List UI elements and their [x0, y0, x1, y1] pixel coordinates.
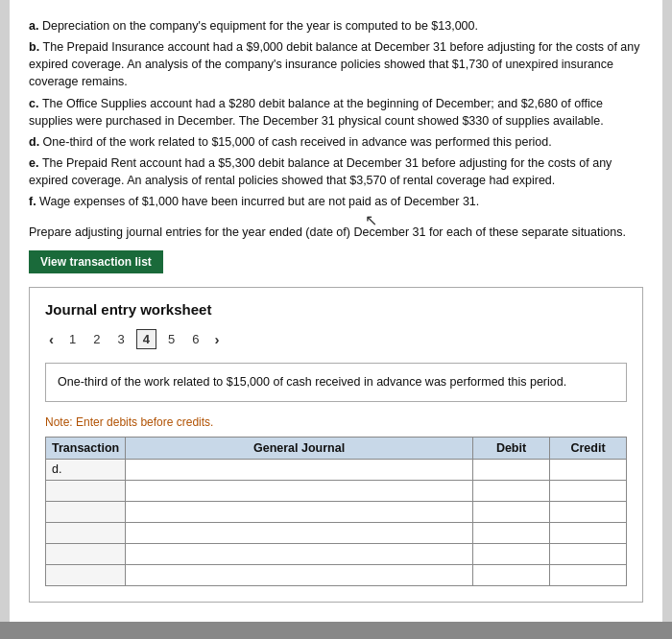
instruction-item-a: a. Depreciation on the company's equipme…: [29, 17, 643, 35]
description-box: One-third of the work related to $15,000…: [45, 363, 627, 401]
instructions-list: a. Depreciation on the company's equipme…: [29, 17, 643, 210]
instruction-item-f: f. Wage expenses of $1,000 have been inc…: [29, 193, 643, 210]
table-header-row: Transaction General Journal Debit Credit: [46, 437, 627, 459]
table-row: d.: [46, 459, 627, 480]
page-num-4[interactable]: 4: [136, 329, 156, 349]
instruction-item-e: e. The Prepaid Rent account had a $5,300…: [29, 154, 643, 189]
cell-transaction-4: [46, 543, 126, 564]
table-body: d.: [46, 459, 627, 585]
cell-transaction-1: [46, 480, 126, 501]
cell-general-5[interactable]: [126, 564, 473, 585]
instruction-item-c: c. The Office Supplies account had a $28…: [29, 95, 643, 130]
cell-transaction-2: [46, 501, 126, 522]
cell-credit-2[interactable]: [550, 501, 627, 522]
table-row: [46, 501, 627, 522]
cell-debit-3[interactable]: [473, 522, 550, 543]
prev-page-button[interactable]: ‹: [45, 330, 58, 348]
table-row: [46, 522, 627, 543]
instruction-item-d: d. One-third of the work related to $15,…: [29, 133, 643, 151]
instruction-item-b: b. The Prepaid Insurance account had a $…: [29, 38, 643, 90]
view-transaction-button[interactable]: View transaction list: [29, 250, 163, 273]
cell-credit-4[interactable]: [550, 543, 627, 564]
journal-table: Transaction General Journal Debit Credit…: [45, 437, 627, 586]
cell-general-4[interactable]: [126, 543, 473, 564]
cell-debit-0[interactable]: [473, 459, 550, 480]
cell-credit-5[interactable]: [550, 564, 627, 585]
page-num-6[interactable]: 6: [186, 330, 204, 348]
prepare-text: Prepare adjusting journal entries for th…: [29, 224, 643, 241]
cell-debit-4[interactable]: [473, 543, 550, 564]
table-row: [46, 480, 627, 501]
cell-transaction-5: [46, 564, 126, 585]
cell-general-2[interactable]: [126, 501, 473, 522]
cell-general-3[interactable]: [126, 522, 473, 543]
cell-debit-1[interactable]: [473, 480, 550, 501]
col-header-transaction: Transaction: [46, 437, 126, 459]
next-page-button[interactable]: ›: [210, 330, 223, 348]
bottom-bar: [0, 622, 672, 639]
table-row: [46, 564, 627, 585]
cell-general-1[interactable]: [126, 480, 473, 501]
journal-worksheet: Journal entry worksheet ‹ 123456› One-th…: [29, 287, 643, 602]
cell-general-0[interactable]: [126, 459, 473, 480]
cell-credit-1[interactable]: [550, 480, 627, 501]
worksheet-title: Journal entry worksheet: [45, 301, 627, 318]
pagination: ‹ 123456›: [45, 329, 627, 349]
cell-debit-5[interactable]: [473, 564, 550, 585]
col-header-general-journal: General Journal: [126, 437, 473, 459]
cell-credit-0[interactable]: [550, 459, 627, 480]
cell-transaction-3: [46, 522, 126, 543]
col-header-credit: Credit: [550, 437, 627, 459]
cell-credit-3[interactable]: [550, 522, 627, 543]
note-text: Note: Enter debits before credits.: [45, 415, 627, 429]
cell-transaction-0: d.: [46, 459, 126, 480]
table-row: [46, 543, 627, 564]
page-num-2[interactable]: 2: [87, 330, 106, 348]
page-num-5[interactable]: 5: [162, 330, 180, 348]
page-num-1[interactable]: 1: [63, 330, 82, 348]
cell-debit-2[interactable]: [473, 501, 550, 522]
page-num-3[interactable]: 3: [111, 330, 130, 348]
col-header-debit: Debit: [473, 437, 550, 459]
